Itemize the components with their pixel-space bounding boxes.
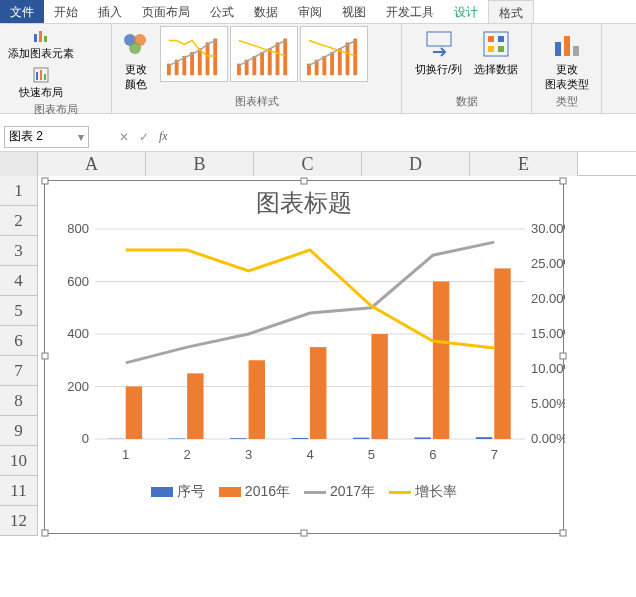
row-header[interactable]: 11 — [0, 476, 38, 506]
legend-item[interactable]: 2017年 — [304, 483, 375, 501]
legend-label: 2016年 — [245, 483, 290, 501]
tab-data[interactable]: 数据 — [244, 0, 288, 23]
chevron-down-icon[interactable]: ▾ — [78, 130, 84, 144]
cells-area[interactable]: 图表标题 02004006008000.00%5.00%10.00%15.00%… — [38, 176, 636, 549]
row-header[interactable]: 6 — [0, 326, 38, 356]
svg-rect-65 — [169, 438, 185, 439]
svg-rect-37 — [555, 42, 561, 56]
row-header[interactable]: 1 — [0, 176, 38, 206]
svg-rect-67 — [292, 438, 308, 439]
group-label-type: 类型 — [536, 94, 597, 111]
change-colors-button[interactable]: 更改 颜色 — [116, 26, 156, 94]
row-header[interactable]: 12 — [0, 506, 38, 536]
legend-swatch — [389, 491, 411, 494]
confirm-icon[interactable]: ✓ — [139, 130, 149, 144]
tab-insert[interactable]: 插入 — [88, 0, 132, 23]
tab-formula[interactable]: 公式 — [200, 0, 244, 23]
add-element-label: 添加图表元素 — [8, 46, 74, 61]
legend-item[interactable]: 序号 — [151, 483, 205, 501]
svg-text:0: 0 — [82, 431, 89, 446]
switch-label: 切换行/列 — [415, 62, 462, 77]
tab-review[interactable]: 审阅 — [288, 0, 332, 23]
col-header[interactable]: E — [470, 152, 578, 176]
svg-text:10.00%: 10.00% — [531, 361, 565, 376]
svg-rect-15 — [206, 42, 210, 75]
quick-layout-button[interactable]: 快速布局 — [4, 65, 78, 102]
col-header[interactable]: A — [38, 152, 146, 176]
row-header[interactable]: 8 — [0, 386, 38, 416]
svg-rect-74 — [310, 347, 326, 439]
select-data-button[interactable]: 选择数据 — [470, 26, 522, 79]
change-colors-icon — [120, 28, 152, 60]
row-header[interactable]: 7 — [0, 356, 38, 386]
svg-text:400: 400 — [67, 326, 89, 341]
chart-style-1[interactable] — [160, 26, 228, 82]
chart-style-3[interactable] — [300, 26, 368, 82]
name-box[interactable]: 图表 2 ▾ — [4, 126, 89, 148]
name-box-value: 图表 2 — [9, 128, 43, 145]
svg-rect-6 — [44, 74, 46, 80]
row-header[interactable]: 9 — [0, 416, 38, 446]
row-header[interactable]: 2 — [0, 206, 38, 236]
select-data-label: 选择数据 — [474, 62, 518, 77]
ribbon: 添加图表元素 快速布局 图表布局 更改 颜色 — [0, 24, 636, 114]
switch-rowcol-icon — [423, 28, 455, 60]
cancel-icon[interactable]: ✕ — [119, 130, 129, 144]
tab-page-layout[interactable]: 页面布局 — [132, 0, 200, 23]
change-chart-type-button[interactable]: 更改 图表类型 — [541, 26, 593, 94]
tab-dev[interactable]: 开发工具 — [376, 0, 444, 23]
legend-item[interactable]: 2016年 — [219, 483, 290, 501]
column-headers[interactable]: ABCDE — [0, 152, 636, 176]
svg-rect-1 — [39, 31, 42, 42]
group-label-styles: 图表样式 — [116, 94, 397, 111]
change-type-label: 更改 图表类型 — [545, 62, 589, 92]
svg-rect-19 — [252, 56, 256, 75]
row-header[interactable]: 10 — [0, 446, 38, 476]
svg-rect-36 — [498, 46, 504, 52]
svg-rect-28 — [338, 48, 342, 75]
col-header[interactable]: D — [362, 152, 470, 176]
row-header[interactable]: 3 — [0, 236, 38, 266]
svg-rect-76 — [433, 282, 449, 440]
row-header[interactable]: 4 — [0, 266, 38, 296]
svg-text:15.00%: 15.00% — [531, 326, 565, 341]
row-headers[interactable]: 123456789101112 — [0, 176, 38, 549]
svg-rect-14 — [198, 48, 202, 75]
chart-plot-area[interactable]: 02004006008000.00%5.00%10.00%15.00%20.00… — [45, 219, 563, 479]
group-label-data: 数据 — [406, 94, 527, 111]
svg-rect-34 — [498, 36, 504, 42]
svg-rect-20 — [260, 52, 264, 75]
change-colors-label: 更改 颜色 — [125, 62, 147, 92]
legend-item[interactable]: 增长率 — [389, 483, 457, 501]
svg-rect-38 — [564, 36, 570, 56]
select-data-icon — [480, 28, 512, 60]
col-header[interactable]: B — [146, 152, 254, 176]
svg-rect-22 — [276, 42, 280, 75]
chart-style-2[interactable] — [230, 26, 298, 82]
tab-format[interactable]: 格式 — [488, 0, 534, 23]
svg-rect-68 — [353, 438, 369, 439]
tab-design[interactable]: 设计 — [444, 0, 488, 23]
chart-title[interactable]: 图表标题 — [45, 181, 563, 219]
svg-text:6: 6 — [429, 447, 436, 462]
fx-icon[interactable]: fx — [159, 129, 168, 144]
tab-file[interactable]: 文件 — [0, 0, 44, 23]
svg-text:25.00%: 25.00% — [531, 256, 565, 271]
legend-label: 序号 — [177, 483, 205, 501]
svg-rect-29 — [346, 42, 350, 75]
svg-text:5.00%: 5.00% — [531, 396, 565, 411]
svg-text:600: 600 — [67, 274, 89, 289]
svg-rect-73 — [249, 360, 265, 439]
svg-rect-32 — [484, 32, 508, 56]
tab-view[interactable]: 视图 — [332, 0, 376, 23]
chart-style-gallery[interactable] — [160, 26, 368, 82]
svg-text:2: 2 — [184, 447, 191, 462]
add-chart-element-button[interactable]: 添加图表元素 — [4, 26, 78, 63]
svg-rect-33 — [488, 36, 494, 42]
embedded-chart[interactable]: 图表标题 02004006008000.00%5.00%10.00%15.00%… — [44, 180, 564, 534]
row-header[interactable]: 5 — [0, 296, 38, 326]
chart-legend[interactable]: 序号2016年2017年增长率 — [45, 479, 563, 501]
col-header[interactable]: C — [254, 152, 362, 176]
switch-row-col-button[interactable]: 切换行/列 — [411, 26, 466, 79]
tab-start[interactable]: 开始 — [44, 0, 88, 23]
